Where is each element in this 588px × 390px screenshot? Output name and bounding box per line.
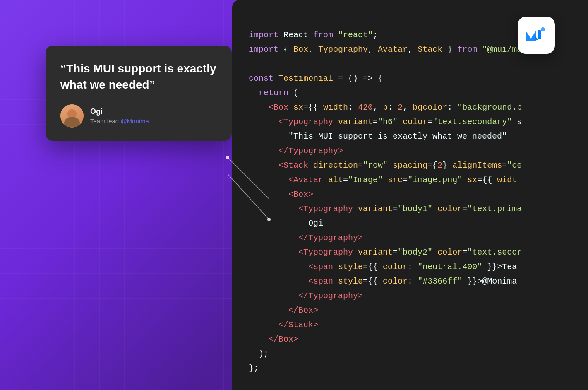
svg-marker-4 — [526, 31, 536, 41]
testimonial-quote: “This MUI support is exactly what we nee… — [60, 60, 217, 93]
avatar — [60, 104, 84, 128]
testimonial-author: Ogi Team lead @Monima — [60, 104, 217, 128]
avatar-face — [60, 104, 84, 128]
author-name: Ogi — [90, 107, 149, 116]
svg-point-6 — [541, 27, 545, 31]
author-info: Ogi Team lead @Monima — [90, 107, 149, 125]
svg-line-0 — [228, 157, 269, 199]
author-role: Team lead @Monima — [90, 118, 149, 125]
author-role-prefix: Team lead — [90, 118, 120, 125]
testimonial-card: “This MUI support is exactly what we nee… — [46, 46, 232, 141]
svg-point-2 — [226, 156, 229, 159]
code-content: import React from "react"; import { Box,… — [249, 13, 588, 390]
connector-lines — [223, 124, 273, 269]
svg-rect-5 — [538, 30, 541, 39]
mui-logo-svg — [524, 23, 549, 48]
mui-logo — [518, 17, 555, 54]
svg-line-1 — [228, 174, 269, 219]
svg-point-3 — [267, 218, 271, 221]
author-role-link[interactable]: @Monima — [120, 118, 149, 125]
code-panel: import React from "react"; import { Box,… — [232, 0, 588, 390]
